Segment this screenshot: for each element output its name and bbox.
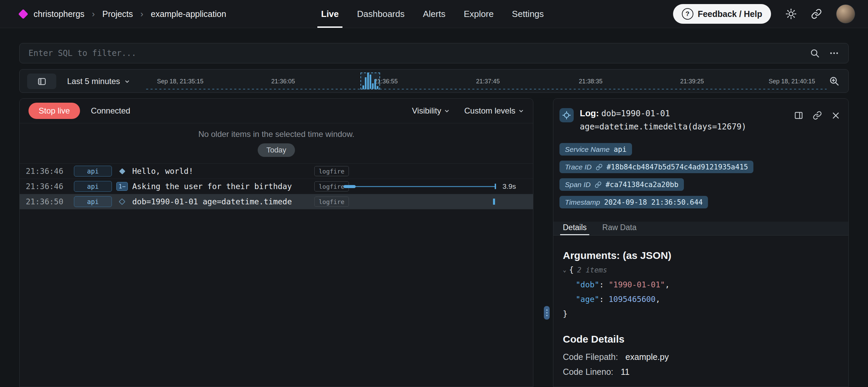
chevron-right-icon: › xyxy=(91,9,96,19)
code-lineno-label: Code Lineno: xyxy=(563,367,613,376)
code-filepath-row: Code Filepath:example.py xyxy=(563,352,669,362)
timeline-tick: 21:38:35 xyxy=(579,78,603,85)
navbar-actions: ? Feedback / Help xyxy=(673,0,855,28)
nav-tab-settings[interactable]: Settings xyxy=(503,0,553,28)
log-time: 21:36:46 xyxy=(26,182,66,191)
chip-value: #18b84cb4847b5d574c4ad9121935a415 xyxy=(607,163,748,171)
sql-filter-input[interactable] xyxy=(20,48,810,58)
zoom-in-icon[interactable] xyxy=(829,76,840,86)
nav-tab-explore[interactable]: Explore xyxy=(455,0,503,28)
custom-levels-label: Custom levels xyxy=(464,106,515,116)
link-icon xyxy=(595,181,601,188)
timeline-tick: 21:37:45 xyxy=(476,78,500,85)
span-duration-label: 3.9s xyxy=(502,182,516,190)
live-panel-header: Stop live Connected Visibility Custom le… xyxy=(20,99,533,123)
trace-id-chip[interactable]: Trace ID #18b84cb4847b5d574c4ad9121935a4… xyxy=(559,161,753,173)
chip-value: 2024-09-18 21:36:50.644 xyxy=(604,198,703,206)
sidebar-toggle-button[interactable] xyxy=(27,74,56,89)
log-message: dob=1990-01-01 age=datetime.timede xyxy=(132,197,292,206)
open-in-panel-icon[interactable] xyxy=(794,111,803,120)
json-line: "dob": "1990-01-01", xyxy=(563,278,670,292)
copy-link-icon[interactable] xyxy=(813,111,822,120)
log-detail-panel: Log: dob=1990-01-01 age=datetime.timedel… xyxy=(553,98,849,387)
main-nav: Live Dashboards Alerts Explore Settings xyxy=(312,0,553,28)
json-close-brace: } xyxy=(563,309,568,318)
code-filepath-label: Code Filepath: xyxy=(563,352,618,362)
logfire-logo-icon[interactable] xyxy=(18,9,28,19)
nav-tab-dashboards[interactable]: Dashboards xyxy=(348,0,414,28)
visibility-label: Visibility xyxy=(412,106,441,116)
search-icon[interactable] xyxy=(810,48,820,58)
timeline-bar: Last 5 minutes Sep 18, 21:35:15 21:36:05… xyxy=(19,69,849,93)
today-button[interactable]: Today xyxy=(258,143,295,157)
breadcrumb-projects[interactable]: Projects xyxy=(102,9,133,19)
span-id-chip[interactable]: Span ID #ca741384ca2a20bb xyxy=(559,178,684,191)
time-range-selector[interactable]: Last 5 minutes xyxy=(67,69,130,93)
chip-value: #ca741384ca2a20bb xyxy=(606,181,678,189)
scope-tag: logfire xyxy=(314,166,349,176)
breadcrumb-project[interactable]: example-application xyxy=(151,9,226,19)
code-details-heading: Code Details xyxy=(563,333,625,345)
log-row-selected[interactable]: 21:36:50 api dob=1990-01-01 age=datetime… xyxy=(20,194,533,209)
link-icon xyxy=(596,164,603,170)
nav-tab-live[interactable]: Live xyxy=(312,0,348,28)
detail-actions xyxy=(794,111,840,120)
timeline-tick: Sep 18, 21:40:15 xyxy=(769,78,815,85)
chevron-down-icon xyxy=(124,78,130,84)
timeline-tick: 21:36:05 xyxy=(271,78,295,85)
breadcrumb: christophergs › Projects › example-appli… xyxy=(20,0,226,28)
collapse-children-badge[interactable]: 1− xyxy=(116,182,128,191)
json-items-note: 2 items xyxy=(577,266,607,274)
scope-tag: logfire xyxy=(314,197,349,207)
more-options-icon[interactable] xyxy=(829,48,840,58)
span-marker-bar xyxy=(493,199,495,205)
collapse-caret-icon[interactable]: ⌄ xyxy=(563,266,566,273)
log-row[interactable]: 21:36:46 api 1− Asking the user for thei… xyxy=(20,179,533,194)
detail-title-message: dob=1990-01-01 age=datetime.timedelta(da… xyxy=(580,109,746,131)
sql-filter-bar xyxy=(19,43,849,63)
panel-resize-handle[interactable] xyxy=(544,306,550,320)
log-rows: 21:36:46 api Hello, world! logfire 21:36… xyxy=(20,163,533,209)
chip-label: Service Name xyxy=(565,145,610,154)
close-icon[interactable] xyxy=(831,111,840,120)
service-tag: api xyxy=(74,166,112,177)
chevron-right-icon: › xyxy=(140,9,144,19)
custom-levels-dropdown[interactable]: Custom levels xyxy=(464,106,524,116)
json-viewer: ⌄{2 items "dob": "1990-01-01", "age": 10… xyxy=(563,263,670,321)
detail-title: Log: dob=1990-01-01 age=datetime.timedel… xyxy=(580,107,763,133)
log-row[interactable]: 21:36:46 api Hello, world! logfire xyxy=(20,164,533,179)
stop-live-button[interactable]: Stop live xyxy=(28,103,80,119)
json-open-brace: { xyxy=(569,265,574,274)
time-range-label: Last 5 minutes xyxy=(67,77,120,86)
breadcrumb-org[interactable]: christophergs xyxy=(34,9,84,19)
nav-tab-alerts[interactable]: Alerts xyxy=(414,0,454,28)
visibility-dropdown[interactable]: Visibility xyxy=(412,106,450,116)
share-link-icon[interactable] xyxy=(811,8,822,19)
log-diamond-icon xyxy=(116,169,128,174)
timeline-selection[interactable] xyxy=(360,73,380,89)
chip-label: Span ID xyxy=(565,181,591,189)
log-message: Asking the user for their birthday xyxy=(132,182,292,191)
log-time: 21:36:50 xyxy=(26,197,66,206)
chevron-down-icon xyxy=(518,108,524,114)
timeline-tick: Sep 18, 21:35:15 xyxy=(157,78,203,85)
code-filepath-value: example.py xyxy=(626,352,669,362)
log-time: 21:36:46 xyxy=(26,167,66,176)
chevron-down-icon xyxy=(444,108,450,114)
avatar[interactable] xyxy=(836,4,855,23)
log-diamond-icon xyxy=(116,199,128,204)
tab-details[interactable]: Details xyxy=(563,223,587,235)
help-icon: ? xyxy=(682,8,693,20)
navbar: christophergs › Projects › example-appli… xyxy=(0,0,868,28)
arguments-heading: Arguments: (as JSON) xyxy=(563,250,671,261)
timestamp-chip: Timestamp 2024-09-18 21:36:50.644 xyxy=(559,196,708,208)
chip-label: Timestamp xyxy=(565,198,600,206)
detail-title-kind: Log: xyxy=(580,108,599,118)
feedback-help-button[interactable]: ? Feedback / Help xyxy=(673,4,771,24)
tab-raw-data[interactable]: Raw Data xyxy=(602,223,636,235)
timeline-tick: 21:39:25 xyxy=(680,78,704,85)
attribute-chips: Service Name api Trace ID #18b84cb4847b5… xyxy=(559,143,753,208)
empty-window-message: No older items in the selected time wind… xyxy=(20,123,533,139)
theme-toggle-sun-icon[interactable] xyxy=(785,8,797,20)
span-duration-bar xyxy=(343,179,496,194)
